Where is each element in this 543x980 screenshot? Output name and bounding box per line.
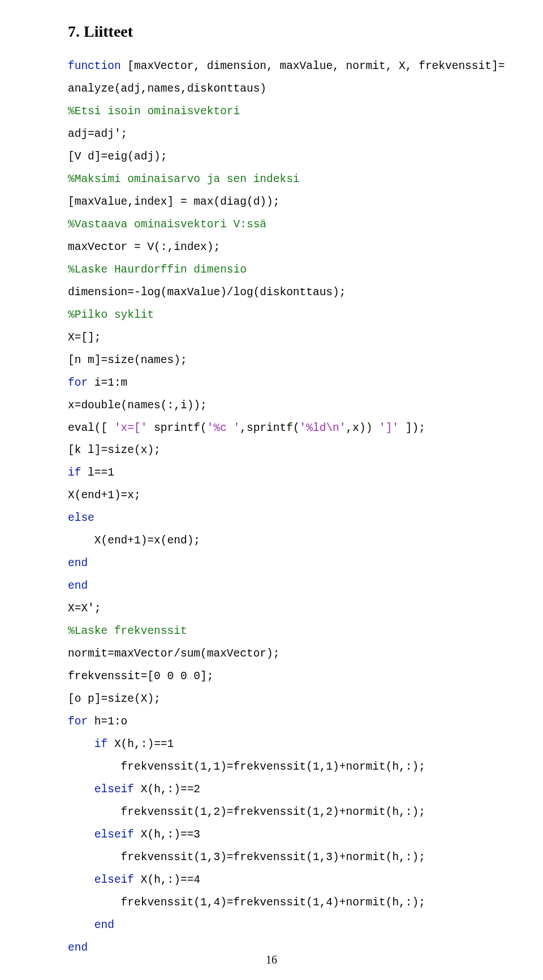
code-token: analyze(adj,names,diskonttaus) [68,83,266,95]
code-token: %Maksimi ominaisarvo ja sen indeksi [68,173,300,185]
code-token: end [68,942,88,954]
code-token: X(end+1)=x; [68,489,141,502]
code-token: %Etsi isoin ominaisvektori [68,105,240,118]
code-token: [V d]=eig(adj); [68,150,167,163]
code-token: X(h,:)==4 [134,874,200,886]
code-line: [n m]=size(names); [68,349,486,372]
code-token: X=X'; [68,602,101,615]
code-token: 'x=[' [114,422,148,434]
code-line: X=X'; [68,598,486,620]
code-line: %Etsi isoin ominaisvektori [68,101,486,123]
code-token: [k l]=size(x); [68,444,161,456]
section-heading: 7. Liitteet [68,23,486,41]
code-line: [o p]=size(X); [68,688,486,711]
code-line: if l==1 [68,462,486,485]
code-line: function [maxVector, dimension, maxValue… [68,55,486,78]
code-line: [maxValue,index] = max(diag(d)); [68,191,486,214]
code-line: %Laske frekvenssit [68,620,486,643]
code-line: end [68,552,486,575]
code-token [68,738,94,750]
code-token: sprintf( [147,422,206,434]
code-line: %Vastaava ominaisvektori V:ssä [68,214,486,236]
code-token: frekvenssit(1,2)=frekvenssit(1,2)+normit… [68,806,425,818]
code-token: '%c ' [207,422,240,434]
code-line: dimension=-log(maxValue)/log(diskonttaus… [68,282,486,304]
code-line: for i=1:m [68,372,486,395]
code-line: frekvenssit(1,2)=frekvenssit(1,2)+normit… [68,801,486,824]
code-line: [V d]=eig(adj); [68,146,486,169]
code-line: X(end+1)=x; [68,485,486,507]
code-token: [maxValue,index] = max(diag(d)); [68,196,279,208]
code-token: ,x)) [346,422,380,434]
code-line: %Maksimi ominaisarvo ja sen indeksi [68,169,486,191]
code-token: h=1:o [88,715,127,728]
code-line: frekvenssit=[0 0 0 0]; [68,666,486,688]
code-token: %Vastaava ominaisvektori V:ssä [68,218,266,231]
code-block: function [maxVector, dimension, maxValue… [68,55,486,960]
code-line: frekvenssit(1,1)=frekvenssit(1,1)+normit… [68,756,486,779]
code-line: eval([ 'x=[' sprintf('%c ',sprintf('%ld\… [68,417,486,440]
code-line: frekvenssit(1,3)=frekvenssit(1,3)+normit… [68,847,486,869]
code-line: if X(h,:)==1 [68,733,486,756]
code-line: end [68,575,486,598]
code-token: x=double(names(:,i)); [68,399,207,412]
code-token: end [94,919,114,931]
code-line: analyze(adj,names,diskonttaus) [68,78,486,101]
code-token: adj=adj'; [68,128,127,140]
code-line: X=[]; [68,327,486,349]
code-line: elseif X(h,:)==2 [68,779,486,801]
code-token: for [68,377,88,389]
code-token: for [68,715,88,728]
code-token: elseif [94,783,134,796]
code-token [68,874,94,886]
code-token: else [68,512,94,524]
code-token: frekvenssit(1,1)=frekvenssit(1,1)+normit… [68,761,425,773]
code-token: [maxVector, dimension, maxValue, normit,… [121,60,505,72]
code-token: X(end+1)=x(end); [68,534,200,547]
code-line: adj=adj'; [68,123,486,146]
code-line: maxVector = V(:,index); [68,236,486,259]
code-token: ,sprintf( [240,422,299,434]
code-token: X(h,:)==1 [107,738,174,750]
code-token: ]); [399,422,425,434]
code-line: end [68,914,486,937]
code-line: [k l]=size(x); [68,439,486,462]
code-line: else [68,507,486,530]
code-token: i=1:m [88,377,127,389]
code-token: %Laske Haurdorffin dimensio [68,264,247,276]
code-token: frekvenssit(1,4)=frekvenssit(1,4)+normit… [68,896,425,909]
code-token: eval([ [68,422,114,434]
code-line: normit=maxVector/sum(maxVector); [68,643,486,666]
code-token: dimension=-log(maxValue)/log(diskonttaus… [68,286,346,299]
code-line: for h=1:o [68,711,486,733]
code-line: frekvenssit(1,4)=frekvenssit(1,4)+normit… [68,892,486,914]
code-line: X(end+1)=x(end); [68,530,486,552]
code-token: if [94,738,107,750]
code-token: %Laske frekvenssit [68,625,187,637]
code-token: frekvenssit(1,3)=frekvenssit(1,3)+normit… [68,851,425,864]
code-line: %Laske Haurdorffin dimensio [68,259,486,282]
code-token [68,828,94,841]
code-line: %Pilko syklit [68,304,486,327]
code-token: end [68,580,88,592]
code-line: x=double(names(:,i)); [68,395,486,417]
code-line: elseif X(h,:)==3 [68,824,486,847]
code-token: maxVector = V(:,index); [68,241,220,253]
code-token: X(h,:)==2 [134,783,200,796]
code-token: X(h,:)==3 [134,828,200,841]
code-token: [n m]=size(names); [68,354,187,366]
code-token: X=[]; [68,331,101,344]
code-token [68,919,94,931]
code-token: normit=maxVector/sum(maxVector); [68,647,279,660]
page-number: 16 [0,953,543,966]
code-token: frekvenssit=[0 0 0 0]; [68,670,213,683]
code-token: function [68,60,121,72]
code-token: l==1 [81,467,114,479]
code-token: elseif [94,828,134,841]
code-token: %Pilko syklit [68,309,154,321]
code-token: [o p]=size(X); [68,693,161,705]
code-line: elseif X(h,:)==4 [68,869,486,892]
code-token: end [68,557,88,569]
page-container: 7. Liitteet function [maxVector, dimensi… [0,0,543,980]
code-token: if [68,467,81,479]
